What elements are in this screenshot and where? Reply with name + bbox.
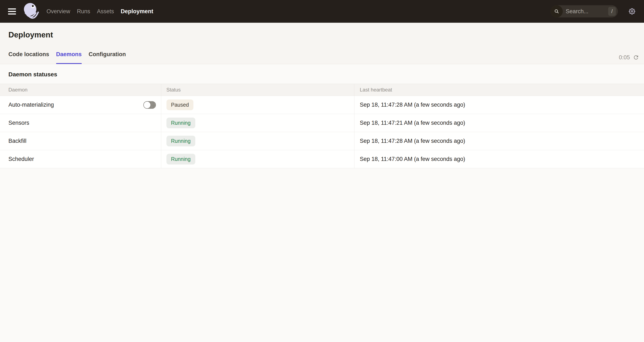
refresh-icon — [633, 54, 639, 60]
dagster-logo[interactable] — [22, 2, 41, 21]
search-shortcut-key: / — [608, 7, 616, 16]
status-badge: Paused — [166, 99, 194, 110]
refresh-countdown: 0:05 — [619, 54, 630, 61]
status-badge: Running — [166, 136, 195, 146]
settings-button[interactable] — [628, 8, 636, 15]
last-heartbeat-value: Sep 18, 11:47:00 AM (a few seconds ago) — [354, 150, 644, 168]
last-heartbeat-value: Sep 18, 11:47:28 AM (a few seconds ago) — [354, 96, 644, 114]
page-title: Deployment — [0, 23, 644, 39]
column-header-status: Status — [161, 84, 354, 96]
topbar-right: / — [550, 5, 636, 17]
dagster-octopus-icon — [22, 2, 41, 21]
daemon-status-table: Daemon Status Last heartbeat Auto-materi… — [0, 84, 644, 168]
daemon-name: Scheduler — [8, 156, 34, 162]
table-row: Auto-materializing Paused Sep 18, 11:47:… — [0, 96, 644, 114]
table-row: Scheduler Running Sep 18, 11:47:00 AM (a… — [0, 150, 644, 168]
tab-code-locations[interactable]: Code locations — [8, 51, 49, 64]
search-icon — [550, 5, 563, 17]
main-navigation: Overview Runs Assets Deployment — [46, 8, 153, 15]
gear-icon — [629, 8, 635, 14]
status-badge: Running — [166, 154, 195, 164]
status-badge: Running — [166, 118, 195, 128]
nav-item-overview[interactable]: Overview — [46, 8, 70, 15]
nav-item-assets[interactable]: Assets — [97, 8, 114, 15]
tab-daemons[interactable]: Daemons — [56, 51, 82, 64]
column-header-daemon: Daemon — [0, 84, 161, 96]
daemon-statuses-heading: Daemon statuses — [8, 71, 636, 78]
tab-bar: Code locations Daemons Configuration — [0, 51, 644, 64]
nav-item-deployment[interactable]: Deployment — [121, 8, 154, 15]
table-row: Sensors Running Sep 18, 11:47:21 AM (a f… — [0, 114, 644, 132]
daemon-name: Sensors — [8, 120, 29, 126]
hamburger-menu-button[interactable] — [8, 6, 18, 16]
main-content: Daemon statuses Daemon Status Last heart… — [0, 71, 644, 168]
auto-refresh: 0:05 — [619, 54, 639, 61]
refresh-button[interactable] — [633, 54, 639, 61]
column-header-last-heartbeat: Last heartbeat — [354, 84, 644, 96]
nav-item-runs[interactable]: Runs — [77, 8, 90, 15]
daemon-name: Backfill — [8, 138, 26, 144]
search-input[interactable] — [563, 8, 608, 15]
topbar: Overview Runs Assets Deployment / — [0, 0, 644, 23]
page-header: Deployment Code locations Daemons Config… — [0, 23, 644, 64]
auto-materializing-toggle[interactable] — [143, 101, 156, 109]
toggle-knob — [144, 102, 150, 108]
search-box[interactable]: / — [550, 5, 618, 17]
last-heartbeat-value: Sep 18, 11:47:28 AM (a few seconds ago) — [354, 132, 644, 150]
last-heartbeat-value: Sep 18, 11:47:21 AM (a few seconds ago) — [354, 114, 644, 132]
table-row: Backfill Running Sep 18, 11:47:28 AM (a … — [0, 132, 644, 150]
table-header-row: Daemon Status Last heartbeat — [0, 84, 644, 96]
daemon-name: Auto-materializing — [8, 102, 54, 108]
tab-configuration[interactable]: Configuration — [88, 51, 126, 64]
